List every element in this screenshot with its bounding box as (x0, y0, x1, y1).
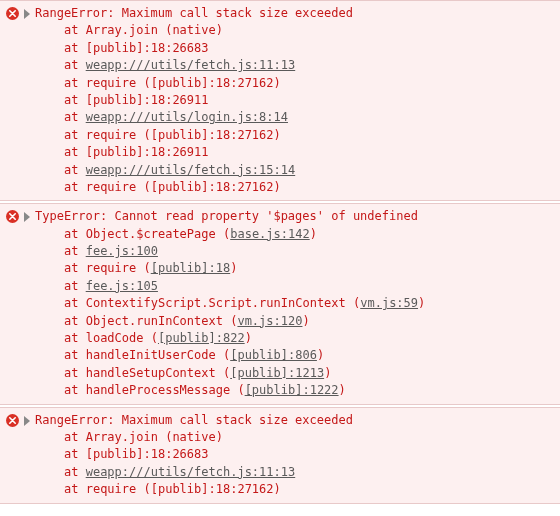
paren-close: ) (310, 227, 317, 241)
stack-location-link[interactable]: [publib]:1222 (245, 383, 339, 397)
stack-line: at weapp:///utils/fetch.js:15:14 (64, 162, 554, 179)
stack-at: at (64, 41, 86, 55)
disclosure-triangle-icon[interactable] (24, 416, 30, 426)
stack-location-link[interactable]: [publib]:18 (151, 261, 230, 275)
stack-line: at handleSetupContext ([publib]:1213) (64, 365, 554, 382)
stack-location-link[interactable]: [publib]:822 (158, 331, 245, 345)
disclosure-triangle-icon[interactable] (24, 9, 30, 19)
stack-at: at (64, 348, 86, 362)
stack-at: at (64, 261, 86, 275)
error-icon (6, 210, 19, 223)
stack-function: require (86, 261, 144, 275)
stack-at: at (64, 296, 86, 310)
disclosure-triangle-icon[interactable] (24, 212, 30, 222)
stack-at: at (64, 76, 86, 90)
paren-open: ( (143, 261, 150, 275)
stack-line: at Object.$createPage (base.js:142) (64, 226, 554, 243)
stack-line: at Array.join (native) (64, 429, 554, 446)
stack-location-link[interactable]: [publib]:806 (230, 348, 317, 362)
stack-at: at (64, 110, 86, 124)
stack-trace: at Object.$createPage (base.js:142)at fe… (64, 226, 554, 400)
stack-at: at (64, 227, 86, 241)
paren-open: ( (151, 331, 158, 345)
stack-line: at Object.runInContext (vm.js:120) (64, 313, 554, 330)
stack-line: at require ([publib]:18:27162) (64, 75, 554, 92)
stack-location-link[interactable]: base.js:142 (230, 227, 309, 241)
stack-line: at handleInitUserCode ([publib]:806) (64, 347, 554, 364)
stack-line: at [publib]:18:26683 (64, 446, 554, 463)
stack-line: at handleProcessMessage ([publib]:1222) (64, 382, 554, 399)
stack-text: Array.join (native) (86, 23, 223, 37)
paren-open: ( (237, 383, 244, 397)
stack-at: at (64, 244, 86, 258)
paren-close: ) (317, 348, 324, 362)
stack-function: handleProcessMessage (86, 383, 238, 397)
stack-line: at [publib]:18:26911 (64, 144, 554, 161)
stack-at: at (64, 383, 86, 397)
stack-at: at (64, 447, 86, 461)
stack-at: at (64, 23, 86, 37)
stack-location-link[interactable]: [publib]:1213 (230, 366, 324, 380)
stack-at: at (64, 163, 86, 177)
stack-text: require ([publib]:18:27162) (86, 128, 281, 142)
stack-at: at (64, 279, 86, 293)
stack-at: at (64, 180, 86, 194)
console-error-block: TypeError: Cannot read property '$pages'… (0, 203, 560, 404)
stack-line: at weapp:///utils/fetch.js:11:13 (64, 464, 554, 481)
error-message: RangeError: Maximum call stack size exce… (35, 412, 353, 429)
stack-text: [publib]:18:26911 (86, 93, 209, 107)
paren-close: ) (302, 314, 309, 328)
stack-line: at require ([publib]:18:27162) (64, 179, 554, 196)
stack-text: [publib]:18:26911 (86, 145, 209, 159)
error-header: RangeError: Maximum call stack size exce… (6, 412, 554, 429)
stack-text: require ([publib]:18:27162) (86, 482, 281, 496)
stack-location-link[interactable]: vm.js:59 (360, 296, 418, 310)
stack-line: at fee.js:105 (64, 278, 554, 295)
console-error-block: RangeError: Maximum call stack size exce… (0, 407, 560, 504)
stack-at: at (64, 430, 86, 444)
stack-line: at weapp:///utils/login.js:8:14 (64, 109, 554, 126)
stack-line: at Array.join (native) (64, 22, 554, 39)
error-header: RangeError: Maximum call stack size exce… (6, 5, 554, 22)
paren-close: ) (245, 331, 252, 345)
stack-location-link[interactable]: weapp:///utils/fetch.js:11:13 (86, 58, 296, 72)
stack-line: at weapp:///utils/fetch.js:11:13 (64, 57, 554, 74)
stack-function: Object.$createPage (86, 227, 223, 241)
stack-function: loadCode (86, 331, 151, 345)
stack-location-link[interactable]: fee.js:105 (86, 279, 158, 293)
stack-at: at (64, 331, 86, 345)
stack-line: at ContextifyScript.Script.runInContext … (64, 295, 554, 312)
stack-at: at (64, 465, 86, 479)
error-icon (6, 7, 19, 20)
stack-function: Object.runInContext (86, 314, 231, 328)
stack-line: at loadCode ([publib]:822) (64, 330, 554, 347)
stack-function: handleInitUserCode (86, 348, 223, 362)
stack-at: at (64, 128, 86, 142)
stack-location-link[interactable]: vm.js:120 (237, 314, 302, 328)
stack-text: [publib]:18:26683 (86, 447, 209, 461)
stack-line: at [publib]:18:26683 (64, 40, 554, 57)
stack-at: at (64, 366, 86, 380)
stack-at: at (64, 314, 86, 328)
stack-at: at (64, 145, 86, 159)
stack-location-link[interactable]: weapp:///utils/fetch.js:11:13 (86, 465, 296, 479)
error-header: TypeError: Cannot read property '$pages'… (6, 208, 554, 225)
paren-close: ) (418, 296, 425, 310)
stack-at: at (64, 93, 86, 107)
error-message: TypeError: Cannot read property '$pages'… (35, 208, 418, 225)
stack-trace: at Array.join (native)at [publib]:18:266… (64, 429, 554, 499)
stack-location-link[interactable]: weapp:///utils/fetch.js:15:14 (86, 163, 296, 177)
stack-line: at fee.js:100 (64, 243, 554, 260)
stack-line: at require ([publib]:18:27162) (64, 127, 554, 144)
stack-text: require ([publib]:18:27162) (86, 76, 281, 90)
error-icon (6, 414, 19, 427)
stack-location-link[interactable]: weapp:///utils/login.js:8:14 (86, 110, 288, 124)
paren-close: ) (339, 383, 346, 397)
stack-location-link[interactable]: fee.js:100 (86, 244, 158, 258)
stack-text: Array.join (native) (86, 430, 223, 444)
stack-function: handleSetupContext (86, 366, 223, 380)
stack-text: [publib]:18:26683 (86, 41, 209, 55)
stack-function: ContextifyScript.Script.runInContext (86, 296, 353, 310)
console-error-block: RangeError: Maximum call stack size exce… (0, 0, 560, 201)
stack-line: at [publib]:18:26911 (64, 92, 554, 109)
